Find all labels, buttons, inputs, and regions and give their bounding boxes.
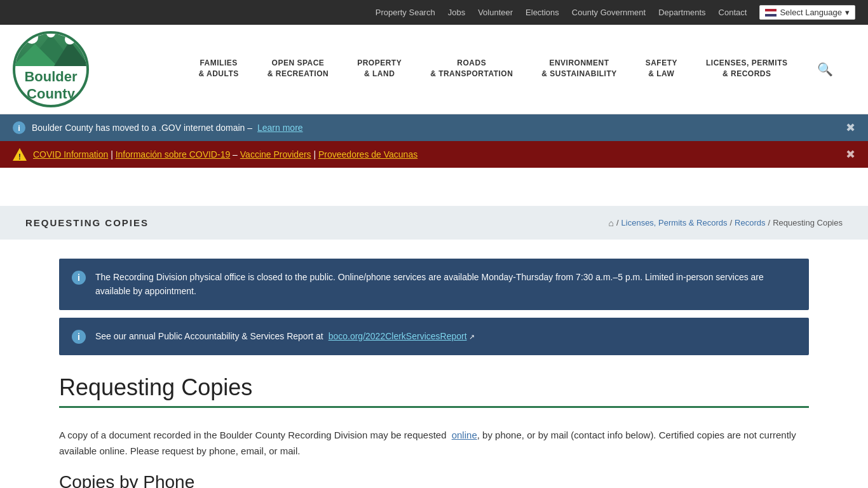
topbar-departments[interactable]: Departments: [658, 8, 705, 17]
warning-banner-close[interactable]: ✖: [846, 147, 855, 161]
nav-open-space[interactable]: OPEN SPACE & RECREATION: [262, 51, 334, 88]
warning-banner-text: COVID Information | Información sobre CO…: [33, 149, 417, 159]
vaccine-providers-spanish-link[interactable]: Proveedores de Vacunas: [318, 149, 417, 159]
alert-info-icon-1: i: [72, 271, 86, 285]
topbar-jobs[interactable]: Jobs: [448, 8, 465, 17]
language-selector[interactable]: Select Language ▾: [759, 5, 855, 20]
main-content: i The Recording Division physical office…: [34, 240, 834, 488]
external-link-icon: ↗: [469, 333, 475, 341]
nav-families-adults[interactable]: FAMILIES & ADULTS: [193, 51, 243, 88]
vaccine-providers-link[interactable]: Vaccine Providers: [240, 149, 311, 159]
svg-point-3: [25, 31, 38, 44]
topbar-elections[interactable]: Elections: [526, 8, 559, 17]
nav-property-land[interactable]: PROPERTY & LAND: [352, 51, 407, 88]
spacer: [0, 168, 868, 206]
info-banner-text: Boulder County has moved to a .GOV inter…: [32, 123, 303, 133]
home-icon: ⌂: [608, 218, 613, 228]
language-label: Select Language: [780, 8, 842, 17]
breadcrumb-nav: ⌂ / Licenses, Permits & Records / Record…: [608, 218, 843, 228]
search-button[interactable]: 🔍: [811, 55, 839, 83]
topbar-county-government[interactable]: County Government: [572, 8, 646, 17]
learn-more-link[interactable]: Learn more: [257, 123, 303, 133]
alert-text-1: The Recording Division physical office i…: [95, 270, 796, 299]
search-icon: 🔍: [817, 62, 833, 76]
nav-environment[interactable]: ENVIRONMENT & SUSTAINABILITY: [536, 51, 621, 88]
breadcrumb-licenses[interactable]: Licenses, Permits & Records: [621, 218, 728, 227]
info-banner-left: i Boulder County has moved to a .GOV int…: [13, 121, 303, 134]
alert-box-1: i The Recording Division physical office…: [59, 259, 809, 310]
flag-icon: [765, 9, 776, 17]
topbar-contact[interactable]: Contact: [719, 8, 747, 17]
breadcrumb-area: REQUESTING COPIES ⌂ / Licenses, Permits …: [0, 206, 868, 240]
logo-area: Boulder County: [13, 25, 178, 114]
top-bar: Property Search Jobs Volunteer Elections…: [0, 0, 868, 25]
online-link[interactable]: online: [452, 430, 477, 440]
svg-point-4: [65, 34, 75, 44]
page-heading: Requesting Copies: [59, 374, 809, 401]
nav-licenses-permits[interactable]: LICENSES, PERMITS & RECORDS: [701, 51, 793, 88]
header: Boulder County FAMILIES & ADULTS OPEN SP…: [0, 25, 868, 114]
section-heading-copies-by-phone: Copies by Phone: [59, 472, 809, 488]
logo-text: Boulder County: [19, 66, 82, 105]
covid-info-link[interactable]: COVID Information: [33, 149, 108, 159]
info-banner: i Boulder County has moved to a .GOV int…: [0, 114, 868, 141]
topbar-property-search[interactable]: Property Search: [376, 8, 435, 17]
heading-divider: [59, 406, 809, 408]
warning-icon: !: [13, 148, 27, 161]
nav-safety-law[interactable]: SAFETY & LAW: [641, 51, 682, 88]
alert-box-2: i See our annual Public Accountability &…: [59, 318, 809, 355]
chevron-down-icon: ▾: [845, 8, 850, 17]
alert-text-2: See our annual Public Accountability & S…: [95, 329, 475, 343]
covid-info-spanish-link[interactable]: Información sobre COVID-19: [116, 149, 231, 159]
warning-banner: ! COVID Information | Información sobre …: [0, 141, 868, 168]
breadcrumb-current: Requesting Copies: [773, 218, 843, 227]
warning-banner-left: ! COVID Information | Información sobre …: [13, 148, 417, 161]
main-nav: FAMILIES & ADULTS OPEN SPACE & RECREATIO…: [178, 51, 855, 88]
page-title: REQUESTING COPIES: [25, 217, 149, 228]
topbar-volunteer[interactable]: Volunteer: [478, 8, 513, 17]
clerk-services-report-link[interactable]: boco.org/2022ClerkServicesReport: [329, 331, 467, 341]
svg-point-5: [46, 31, 55, 37]
breadcrumb-records[interactable]: Records: [735, 218, 765, 227]
body-text: A copy of a document recorded in the Bou…: [59, 427, 809, 459]
info-icon: i: [13, 121, 25, 134]
nav-roads-transportation[interactable]: ROADS & TRANSPORTATION: [425, 51, 518, 88]
logo-circle[interactable]: Boulder County: [13, 31, 89, 107]
info-banner-close[interactable]: ✖: [846, 121, 855, 135]
alert-info-icon-2: i: [72, 330, 86, 344]
logo-mountain: [15, 34, 86, 66]
